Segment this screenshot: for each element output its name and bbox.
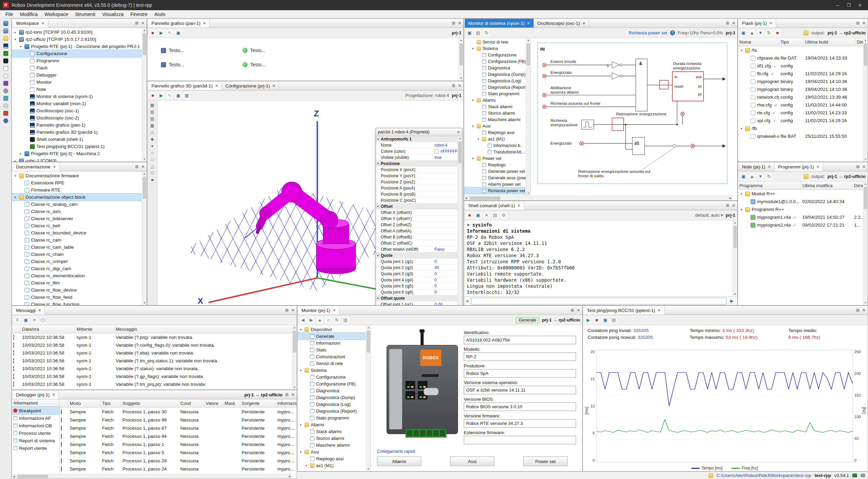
breakpoint-row[interactable]: Sempre Fetch Processo 1, passo 30 Nessun… [60, 408, 297, 416]
horizontal-scrollbar[interactable]: ◀▶ [12, 474, 292, 479]
property-row[interactable]: Offset A (offsetA) [376, 228, 462, 234]
print-icon[interactable]: ▤ [492, 212, 498, 219]
close-icon[interactable]: ✕ [141, 164, 145, 169]
breakpoint-row[interactable]: Sempre Fetch Processo 1, passo 5 Nessuna… [60, 448, 297, 457]
tree-item[interactable]: Generale asse (pow... [464, 175, 530, 181]
menu-item[interactable]: Visualizza [99, 11, 127, 18]
tree-item[interactable]: Classe rc_film [12, 279, 147, 286]
tree-item[interactable]: Diagnostica [464, 65, 530, 71]
workspace-path[interactable]: C:\Users\Alex\Robox\Rde3\Workspaces\test… [717, 473, 811, 478]
close-icon[interactable]: ✕ [862, 308, 866, 313]
tree-item[interactable]: Servizi di rete [297, 360, 371, 367]
tree-item[interactable]: Allarmi power set [464, 181, 530, 187]
tab-pan1[interactable]: Pannello grafico (pan-1)✕ [148, 19, 210, 28]
quick-link-button[interactable]: Assi [450, 457, 494, 466]
up-icon[interactable]: ▲ [316, 317, 323, 324]
tree-item[interactable]: Classe rc_chain [12, 251, 147, 258]
left-toolbar-icon[interactable] [3, 73, 8, 78]
field-value[interactable]: Robox RTE versione 34.27.3 [464, 419, 576, 428]
download-icon[interactable]: ▼ [757, 30, 764, 36]
table-row[interactable]: Programmi R++ [738, 205, 868, 213]
expander-icon[interactable] [13, 159, 17, 162]
pointer-icon[interactable]: ↖ [166, 30, 173, 36]
left-toolbar-icon[interactable] [3, 66, 8, 71]
breakpoint-row[interactable]: Sempre Fetch Processo 1, passo 1 Nessuna… [60, 440, 297, 448]
tree-item[interactable]: Storico allarmi [297, 435, 371, 442]
pointer-icon[interactable]: ↖ [166, 92, 173, 99]
message-row[interactable]: 10/03/2022 10:36:58 sysm-1 Variabile (?.… [12, 380, 297, 388]
float-icon[interactable]: ⊞ [452, 83, 455, 88]
view-top-icon[interactable]: ▨ [150, 116, 154, 121]
table-header[interactable]: ModoTipoSoggettoCondValoreMaskSorgenteIn… [60, 399, 297, 408]
property-row[interactable]: Posizione Y (posY) [376, 173, 462, 179]
tree-item[interactable]: Dispositivo [297, 326, 371, 333]
close-icon[interactable]: ✕ [732, 203, 735, 208]
tree-item[interactable]: Storico allarmi [464, 110, 530, 116]
list-item[interactable]: Processi utente [12, 429, 59, 437]
stop-icon[interactable]: ■ [149, 92, 156, 99]
tree-item[interactable]: Assi [297, 448, 371, 455]
table-row[interactable]: /fb [738, 125, 868, 132]
expander-icon[interactable] [476, 137, 480, 141]
expander-icon[interactable] [13, 37, 17, 41]
tab-messaggi[interactable]: Messaggi✕ [13, 306, 45, 315]
pan-icon[interactable]: ◆ [151, 137, 154, 142]
tree-item[interactable]: Classe rc_flow_device [12, 286, 147, 294]
tree-item[interactable]: Riepilogo assi [297, 455, 371, 462]
settings-status-icon[interactable] [861, 474, 865, 477]
property-row[interactable]: Nome robot-4 [376, 142, 462, 148]
tree-item[interactable]: Riepilogo [464, 162, 530, 168]
expander-icon[interactable] [13, 195, 17, 199]
tab-shell[interactable]: Shell comandi (shell-1)✕ [465, 201, 524, 210]
menu-item[interactable]: File [2, 11, 17, 18]
close-icon[interactable]: ✕ [291, 308, 295, 313]
search-icon[interactable] [39, 317, 46, 324]
scrollbar[interactable]: ▲▼ [863, 38, 868, 162]
rotate-icon[interactable]: ◇ [151, 130, 154, 135]
tree-item[interactable]: Generale [297, 333, 371, 340]
expander-icon[interactable] [299, 328, 303, 331]
scrollbar[interactable]: ▲▼ [459, 38, 463, 81]
expander-icon[interactable] [471, 47, 475, 50]
breakpoint-row[interactable]: Sempre Fetch Processo 1, passo 87 Nessun… [60, 424, 297, 432]
tree-item[interactable]: Diagnostica (Log) [297, 401, 371, 408]
new-icon[interactable]: ▣ [740, 173, 747, 180]
tree-item[interactable]: Diagnostica (Log) [464, 78, 530, 84]
property-row[interactable]: Offset quote [376, 295, 462, 301]
field-value[interactable]: AS1018.002-A062754 [464, 336, 576, 344]
close-icon[interactable]: ✕ [333, 308, 336, 313]
table-row[interactable]: fb.cfg config 11/02/2021 14:29:16 [738, 70, 868, 78]
left-toolbar-icon[interactable] [3, 111, 8, 116]
save-icon[interactable]: ▣ [175, 92, 182, 99]
home-icon[interactable]: ⌂ [325, 317, 332, 324]
property-row[interactable]: Posizione C (posC) [376, 197, 462, 203]
expander-icon[interactable] [739, 192, 743, 196]
table-row[interactable]: qmakeall-vs20... file BAT 25/11/2021 15:… [738, 132, 868, 140]
pause-icon[interactable]: ‖ [14, 317, 21, 324]
close-icon[interactable]: ✕ [458, 21, 461, 26]
table-row[interactable]: xpl.cfg config 11/02/2021 14:29:16 [738, 117, 868, 125]
property-row[interactable]: Quota joint 4 (qj4) 0 [376, 277, 462, 283]
clear-icon[interactable]: ✕ [483, 212, 490, 219]
tree-item[interactable]: Configurazione [297, 374, 371, 380]
expander-icon[interactable] [471, 98, 475, 102]
close-icon[interactable]: ✕ [141, 21, 145, 26]
property-row[interactable]: Offset X (offsetX) [376, 210, 462, 216]
perspective-icon[interactable]: △ [151, 164, 154, 169]
left-toolbar-icon[interactable] [3, 81, 8, 86]
breakpoint-row[interactable]: Sempre Fetch Processo 1, passo 99 Nessun… [60, 416, 297, 424]
tree-item[interactable]: Classe rc_elementlocation [12, 272, 147, 279]
tree-item[interactable]: Progetto RTE (prj-3) - Macchina 2 [12, 150, 147, 157]
tree-item[interactable]: Diagnostica (Report) [464, 84, 530, 90]
zoom-in-icon[interactable]: ● [151, 144, 153, 148]
stop-icon[interactable]: ■ [593, 317, 600, 324]
float-icon[interactable]: ⊞ [571, 308, 574, 313]
tree-item[interactable]: Estensione RPE [12, 179, 147, 186]
tree-item[interactable]: ax1 (M1) [297, 462, 371, 469]
refresh-icon[interactable]: ↻ [483, 30, 490, 36]
tree-item[interactable]: Diagnostica (Dump) [464, 71, 530, 78]
expander-icon[interactable] [299, 450, 303, 454]
breakpoint-row[interactable]: Sempre Fetch Processo 1, passo 28 Nessun… [60, 457, 297, 465]
chart-icon[interactable]: ▤ [610, 317, 617, 324]
list-item[interactable]: Report di sistema [12, 437, 59, 444]
